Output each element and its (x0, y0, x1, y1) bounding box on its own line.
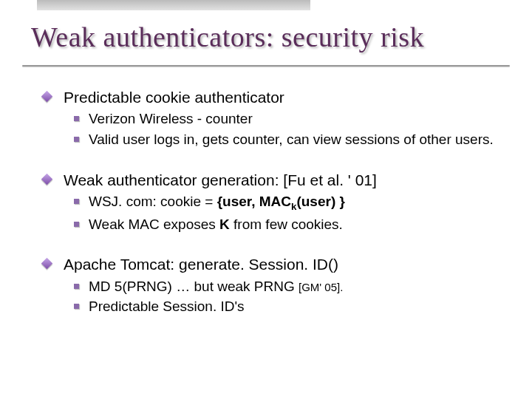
level1-item: Predictable cookie authenticator (43, 87, 508, 108)
level2-text: Verizon Wireless - counter (89, 111, 253, 126)
diamond-bullet-icon (41, 258, 53, 270)
level2-text: Predictable Session. ID's (89, 299, 245, 314)
level2-bold: K (219, 216, 230, 232)
level2-bold: {user, MACk(user) } (217, 194, 345, 209)
square-bullet-icon (74, 199, 79, 204)
level2-item: Weak MAC exposes K from few cookies. (43, 215, 508, 234)
level2-prefix: Weak MAC exposes (89, 216, 219, 232)
header-gradient (37, 0, 310, 10)
square-bullet-icon (74, 222, 79, 227)
level2-item: Verizon Wireless - counter (43, 109, 508, 129)
square-bullet-icon (74, 284, 79, 289)
level1-item: Weak authenticator generation: [Fu et al… (43, 170, 508, 191)
level2-text: MD 5(PRNG) … but weak PRNG (89, 279, 299, 294)
level1-text: Weak authenticator generation: [Fu et al… (64, 171, 377, 188)
bullet-block: Apache Tomcat: generate. Session. ID() M… (43, 254, 508, 316)
title-rule (22, 65, 510, 66)
square-bullet-icon (74, 304, 79, 309)
square-bullet-icon (74, 137, 79, 142)
level2-text: Valid user logs in, gets counter, can vi… (89, 132, 494, 147)
level2-suffix: from few cookies. (230, 216, 343, 232)
slide-title: Weak authenticators: security risk (31, 21, 424, 53)
diamond-bullet-icon (41, 91, 53, 103)
bullet-block: Weak authenticator generation: [Fu et al… (43, 170, 508, 234)
diamond-bullet-icon (41, 173, 53, 185)
level2-item: MD 5(PRNG) … but weak PRNG [GM' 05]. (43, 277, 508, 296)
level1-text: Predictable cookie authenticator (64, 89, 284, 106)
level1-item: Apache Tomcat: generate. Session. ID() (43, 254, 508, 275)
bullet-block: Predictable cookie authenticator Verizon… (43, 87, 508, 149)
square-bullet-icon (74, 116, 79, 121)
slide: Weak authenticators: security risk Predi… (0, 0, 532, 399)
level1-text: Apache Tomcat: generate. Session. ID() (64, 256, 338, 273)
level2-item: Predictable Session. ID's (43, 297, 508, 316)
level2-item: WSJ. com: cookie = {user, MACk(user) } (43, 192, 508, 214)
level2-item: Valid user logs in, gets counter, can vi… (43, 130, 508, 149)
level2-prefix: WSJ. com: cookie = (89, 194, 217, 209)
slide-body: Predictable cookie authenticator Verizon… (43, 87, 508, 318)
citation: [GM' 05]. (299, 281, 343, 293)
